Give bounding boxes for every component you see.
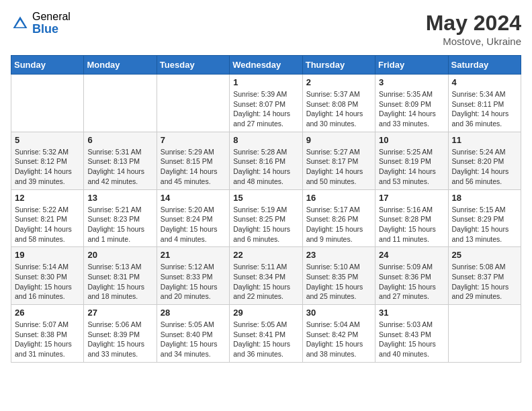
- day-number: 20: [87, 250, 152, 260]
- logo-icon: [11, 14, 30, 33]
- day-info: Sunrise: 5:31 AM Sunset: 8:13 PM Dayligh…: [87, 147, 152, 187]
- calendar-cell: 27Sunrise: 5:06 AM Sunset: 8:39 PM Dayli…: [84, 305, 157, 363]
- day-info: Sunrise: 5:12 AM Sunset: 8:33 PM Dayligh…: [161, 262, 226, 302]
- logo-general: General: [32, 11, 71, 23]
- calendar-cell: 30Sunrise: 5:04 AM Sunset: 8:42 PM Dayli…: [302, 305, 375, 363]
- day-number: 24: [379, 250, 444, 260]
- calendar-cell: 23Sunrise: 5:10 AM Sunset: 8:35 PM Dayli…: [302, 247, 375, 305]
- day-number: 12: [15, 193, 80, 203]
- day-info: Sunrise: 5:39 AM Sunset: 8:07 PM Dayligh…: [233, 89, 298, 129]
- day-number: 5: [15, 135, 80, 145]
- day-number: 19: [15, 250, 80, 260]
- day-number: 11: [452, 135, 517, 145]
- day-info: Sunrise: 5:19 AM Sunset: 8:25 PM Dayligh…: [233, 205, 298, 244]
- calendar-cell: 5Sunrise: 5:32 AM Sunset: 8:12 PM Daylig…: [11, 132, 84, 189]
- day-number: 3: [379, 77, 444, 87]
- day-info: Sunrise: 5:14 AM Sunset: 8:30 PM Dayligh…: [15, 262, 80, 302]
- day-number: 28: [161, 308, 226, 318]
- calendar-table: SundayMondayTuesdayWednesdayThursdayFrid…: [11, 55, 521, 363]
- day-number: 18: [452, 193, 517, 203]
- day-header: Monday: [84, 56, 157, 75]
- calendar-cell: 25Sunrise: 5:08 AM Sunset: 8:37 PM Dayli…: [448, 247, 521, 305]
- day-number: 17: [379, 193, 444, 203]
- day-info: Sunrise: 5:32 AM Sunset: 8:12 PM Dayligh…: [15, 147, 80, 187]
- day-number: 6: [87, 135, 152, 145]
- day-info: Sunrise: 5:04 AM Sunset: 8:42 PM Dayligh…: [306, 320, 371, 359]
- day-number: 21: [161, 250, 226, 260]
- day-number: 23: [306, 250, 371, 260]
- day-info: Sunrise: 5:07 AM Sunset: 8:38 PM Dayligh…: [15, 320, 80, 359]
- day-number: 16: [306, 193, 371, 203]
- day-header: Friday: [375, 56, 448, 75]
- day-number: 15: [233, 193, 298, 203]
- day-number: 29: [233, 308, 298, 318]
- logo-text: General Blue: [32, 11, 71, 36]
- calendar-cell: 18Sunrise: 5:15 AM Sunset: 8:29 PM Dayli…: [448, 189, 521, 247]
- calendar-cell: 17Sunrise: 5:16 AM Sunset: 8:28 PM Dayli…: [375, 189, 448, 247]
- day-header: Wednesday: [230, 56, 302, 75]
- day-info: Sunrise: 5:24 AM Sunset: 8:20 PM Dayligh…: [452, 147, 517, 187]
- day-number: 22: [233, 250, 298, 260]
- day-number: 14: [161, 193, 226, 203]
- day-info: Sunrise: 5:13 AM Sunset: 8:31 PM Dayligh…: [87, 262, 152, 302]
- day-info: Sunrise: 5:03 AM Sunset: 8:43 PM Dayligh…: [379, 320, 444, 359]
- day-info: Sunrise: 5:35 AM Sunset: 8:09 PM Dayligh…: [379, 89, 444, 129]
- day-header: Thursday: [302, 56, 375, 75]
- day-number: 30: [306, 308, 371, 318]
- day-info: Sunrise: 5:17 AM Sunset: 8:26 PM Dayligh…: [306, 205, 371, 244]
- day-info: Sunrise: 5:20 AM Sunset: 8:24 PM Dayligh…: [161, 205, 226, 244]
- calendar-cell: 7Sunrise: 5:29 AM Sunset: 8:15 PM Daylig…: [157, 132, 229, 189]
- day-header: Tuesday: [157, 56, 229, 75]
- calendar-cell: 2Sunrise: 5:37 AM Sunset: 8:08 PM Daylig…: [302, 75, 375, 132]
- day-number: 7: [161, 135, 226, 145]
- calendar-cell: 3Sunrise: 5:35 AM Sunset: 8:09 PM Daylig…: [375, 75, 448, 132]
- day-number: 27: [87, 308, 152, 318]
- calendar-cell: 13Sunrise: 5:21 AM Sunset: 8:23 PM Dayli…: [84, 189, 157, 247]
- calendar-cell: 4Sunrise: 5:34 AM Sunset: 8:11 PM Daylig…: [448, 75, 521, 132]
- day-info: Sunrise: 5:09 AM Sunset: 8:36 PM Dayligh…: [379, 262, 444, 302]
- calendar-cell: 24Sunrise: 5:09 AM Sunset: 8:36 PM Dayli…: [375, 247, 448, 305]
- day-info: Sunrise: 5:16 AM Sunset: 8:28 PM Dayligh…: [379, 205, 444, 244]
- calendar-cell: 31Sunrise: 5:03 AM Sunset: 8:43 PM Dayli…: [375, 305, 448, 363]
- day-info: Sunrise: 5:11 AM Sunset: 8:34 PM Dayligh…: [233, 262, 298, 302]
- calendar-cell: 16Sunrise: 5:17 AM Sunset: 8:26 PM Dayli…: [302, 189, 375, 247]
- calendar-cell: 20Sunrise: 5:13 AM Sunset: 8:31 PM Dayli…: [84, 247, 157, 305]
- calendar-cell: [84, 75, 157, 132]
- day-info: Sunrise: 5:15 AM Sunset: 8:29 PM Dayligh…: [452, 205, 517, 244]
- calendar-week-row: 19Sunrise: 5:14 AM Sunset: 8:30 PM Dayli…: [11, 247, 521, 305]
- calendar-cell: 15Sunrise: 5:19 AM Sunset: 8:25 PM Dayli…: [230, 189, 302, 247]
- calendar-cell: 1Sunrise: 5:39 AM Sunset: 8:07 PM Daylig…: [230, 75, 302, 132]
- calendar-cell: 22Sunrise: 5:11 AM Sunset: 8:34 PM Dayli…: [230, 247, 302, 305]
- calendar-cell: 9Sunrise: 5:27 AM Sunset: 8:17 PM Daylig…: [302, 132, 375, 189]
- calendar-cell: 28Sunrise: 5:05 AM Sunset: 8:40 PM Dayli…: [157, 305, 229, 363]
- day-number: 13: [87, 193, 152, 203]
- calendar-header-row: SundayMondayTuesdayWednesdayThursdayFrid…: [11, 56, 521, 75]
- logo-blue: Blue: [32, 23, 71, 36]
- calendar-cell: 14Sunrise: 5:20 AM Sunset: 8:24 PM Dayli…: [157, 189, 229, 247]
- calendar-cell: [11, 75, 84, 132]
- day-info: Sunrise: 5:22 AM Sunset: 8:21 PM Dayligh…: [15, 205, 80, 244]
- day-number: 1: [233, 77, 298, 87]
- logo: General Blue: [11, 11, 71, 36]
- day-number: 25: [452, 250, 517, 260]
- day-info: Sunrise: 5:29 AM Sunset: 8:15 PM Dayligh…: [161, 147, 226, 187]
- location: Mostove, Ukraine: [426, 36, 521, 47]
- day-info: Sunrise: 5:05 AM Sunset: 8:40 PM Dayligh…: [161, 320, 226, 359]
- day-info: Sunrise: 5:37 AM Sunset: 8:08 PM Dayligh…: [306, 89, 371, 129]
- title-area: May 2024 Mostove, Ukraine: [426, 11, 521, 47]
- month-year: May 2024: [426, 11, 521, 36]
- day-number: 26: [15, 308, 80, 318]
- day-info: Sunrise: 5:34 AM Sunset: 8:11 PM Dayligh…: [452, 89, 517, 129]
- calendar-cell: 26Sunrise: 5:07 AM Sunset: 8:38 PM Dayli…: [11, 305, 84, 363]
- calendar-cell: [448, 305, 521, 363]
- page-header: General Blue May 2024 Mostove, Ukraine: [11, 11, 521, 47]
- calendar-cell: 6Sunrise: 5:31 AM Sunset: 8:13 PM Daylig…: [84, 132, 157, 189]
- day-info: Sunrise: 5:21 AM Sunset: 8:23 PM Dayligh…: [87, 205, 152, 244]
- calendar-week-row: 5Sunrise: 5:32 AM Sunset: 8:12 PM Daylig…: [11, 132, 521, 189]
- day-number: 4: [452, 77, 517, 87]
- day-info: Sunrise: 5:28 AM Sunset: 8:16 PM Dayligh…: [233, 147, 298, 187]
- day-info: Sunrise: 5:05 AM Sunset: 8:41 PM Dayligh…: [233, 320, 298, 359]
- day-number: 9: [306, 135, 371, 145]
- calendar-week-row: 1Sunrise: 5:39 AM Sunset: 8:07 PM Daylig…: [11, 75, 521, 132]
- day-number: 31: [379, 308, 444, 318]
